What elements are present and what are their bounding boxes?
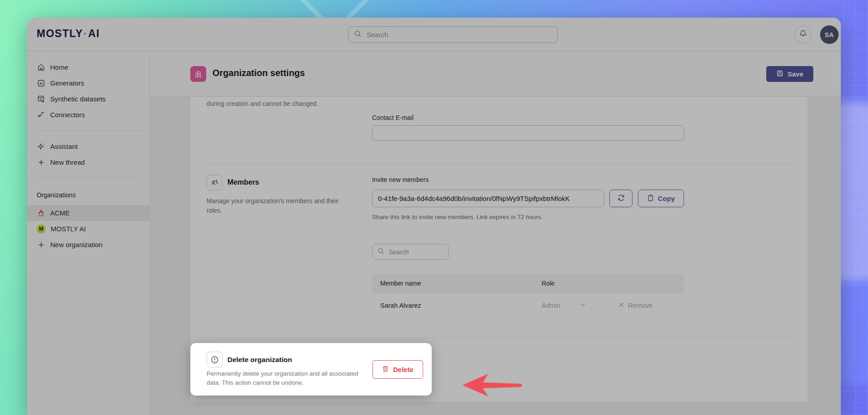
- delete-section-description: Permanently delete your organization and…: [207, 369, 360, 387]
- delete-organization-card: Delete organization Permanently delete y…: [190, 343, 432, 396]
- screen: MOSTLY·AI SA Home AI Generato: [0, 0, 868, 415]
- app-window: MOSTLY·AI SA Home AI Generato: [27, 18, 841, 415]
- trash-icon: [382, 365, 389, 374]
- arrow-annotation: [462, 373, 522, 399]
- spotlight-dim-overlay: [27, 18, 841, 415]
- delete-section-title: Delete organization: [227, 356, 292, 364]
- alert-icon: [207, 352, 222, 367]
- delete-button-label: Delete: [393, 366, 413, 373]
- delete-button[interactable]: Delete: [373, 360, 423, 379]
